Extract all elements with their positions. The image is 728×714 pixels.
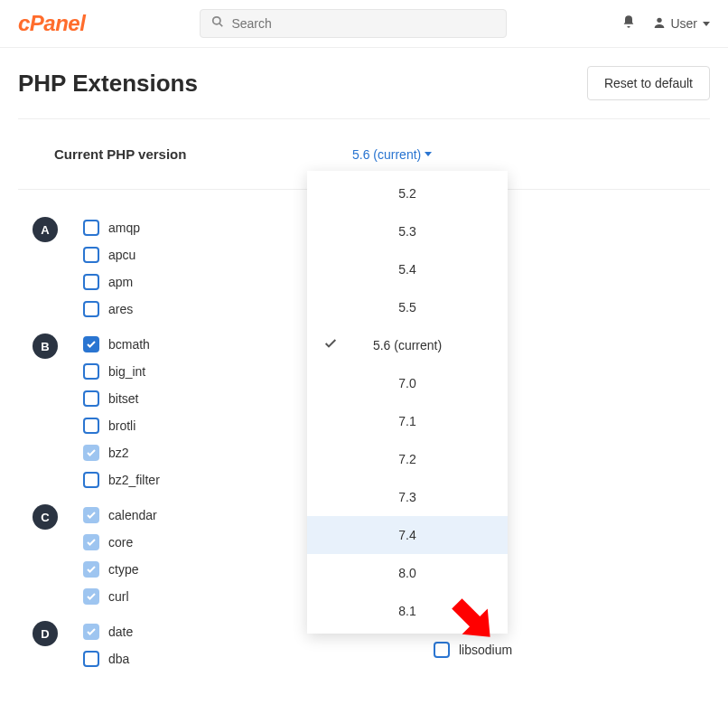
dropdown-item-label: 5.4	[398, 262, 415, 277]
version-label: Current PHP version	[54, 146, 352, 162]
letter-badge: A	[33, 217, 58, 242]
extension-label[interactable]: bitset	[108, 391, 138, 406]
svg-point-2	[658, 17, 662, 22]
dropdown-item[interactable]: 8.1	[307, 592, 508, 630]
version-select[interactable]: 5.6 (current) 5.25.35.45.55.6 (current)7…	[352, 147, 432, 162]
extension-label[interactable]: bz2_filter	[108, 473, 160, 487]
dropdown-item[interactable]: 5.3	[307, 212, 508, 250]
header-bar: cPanel User	[0, 0, 728, 48]
extension-checkbox[interactable]	[83, 472, 99, 488]
svg-point-0	[213, 17, 220, 24]
search-box[interactable]	[200, 9, 507, 38]
caret-down-icon	[703, 22, 710, 26]
extension-checkbox[interactable]	[83, 418, 99, 434]
dropdown-item[interactable]: 7.0	[307, 364, 508, 402]
header-right: User	[621, 14, 710, 33]
extension-checkbox[interactable]	[83, 220, 99, 236]
extension-label[interactable]: ares	[108, 302, 133, 316]
dropdown-item[interactable]: 5.5	[307, 288, 508, 326]
extension-item: bcmath	[83, 336, 160, 352]
extension-checkbox[interactable]	[83, 336, 99, 352]
dropdown-item[interactable]: 8.0	[307, 554, 508, 592]
extension-checkbox[interactable]	[83, 247, 99, 263]
dropdown-item[interactable]: 5.4	[307, 250, 508, 288]
extension-checkbox[interactable]	[83, 588, 99, 605]
dropdown-item-label: 7.4	[398, 528, 415, 542]
dropdown-item-label: 5.5	[398, 300, 415, 315]
dropdown-item-label: 8.0	[398, 566, 415, 580]
search-input[interactable]	[231, 16, 495, 31]
extension-list: calendarcorectypecurl	[83, 507, 157, 605]
extension-checkbox[interactable]	[434, 642, 450, 658]
dropdown-item-label: 5.2	[398, 186, 415, 201]
extension-checkbox[interactable]	[83, 651, 99, 667]
extension-label[interactable]: curl	[108, 589, 129, 604]
extension-label[interactable]: bz2	[108, 446, 129, 460]
dropdown-item-label: 5.6 (current)	[373, 338, 442, 352]
extension-label[interactable]: core	[108, 535, 133, 550]
extension-item: apm	[83, 274, 140, 290]
dropdown-item[interactable]: 7.4	[307, 516, 508, 554]
dropdown-item[interactable]: 7.3	[307, 478, 508, 516]
extension-checkbox[interactable]	[83, 301, 99, 317]
dropdown-item-label: 7.3	[398, 490, 415, 504]
dropdown-item[interactable]: 7.2	[307, 440, 508, 478]
extension-item: bz2_filter	[83, 472, 160, 488]
extension-label[interactable]: apm	[108, 275, 133, 289]
search-wrap	[85, 9, 621, 38]
extension-item: calendar	[83, 507, 157, 523]
dropdown-item-label: 5.3	[398, 224, 415, 239]
extension-label[interactable]: apcu	[108, 248, 135, 262]
dropdown-item[interactable]: 7.1	[307, 402, 508, 440]
reset-to-default-button[interactable]: Reset to default	[587, 66, 710, 100]
page-title: PHP Extensions	[18, 70, 198, 98]
extension-item: bz2	[83, 445, 160, 461]
caret-down-icon	[425, 152, 432, 156]
extension-checkbox[interactable]	[83, 534, 99, 550]
extension-checkbox[interactable]	[83, 274, 99, 290]
extension-label[interactable]: dba	[108, 652, 129, 666]
extension-item: dba	[83, 651, 133, 667]
letter-badge: B	[33, 334, 58, 359]
user-menu[interactable]: User	[652, 15, 710, 33]
extension-checkbox[interactable]	[83, 561, 99, 578]
extension-label[interactable]: libsodium	[459, 643, 512, 657]
dropdown-item-label: 7.0	[398, 376, 415, 390]
user-label: User	[670, 16, 697, 31]
extension-checkbox[interactable]	[83, 624, 99, 640]
extension-item: libsodium	[434, 642, 512, 658]
extension-item: amqp	[83, 220, 140, 236]
extension-label[interactable]: calendar	[108, 508, 157, 522]
version-selected-text: 5.6 (current)	[352, 147, 421, 162]
extension-checkbox[interactable]	[83, 390, 99, 407]
extension-label[interactable]: amqp	[108, 221, 140, 235]
extension-item: big_int	[83, 363, 160, 380]
dropdown-item[interactable]: 5.2	[307, 174, 508, 212]
check-icon	[323, 336, 338, 353]
svg-line-1	[219, 23, 223, 27]
extension-item: date	[83, 624, 133, 640]
divider	[18, 118, 710, 119]
extension-label[interactable]: brotli	[108, 418, 135, 433]
extension-label[interactable]: ctype	[108, 562, 138, 577]
bell-icon[interactable]	[621, 14, 636, 33]
extension-label[interactable]: big_int	[108, 364, 145, 379]
version-dropdown: 5.25.35.45.55.6 (current)7.07.17.27.37.4…	[307, 171, 508, 634]
letter-badge: C	[33, 504, 58, 530]
extension-checkbox[interactable]	[83, 507, 99, 523]
dropdown-item-label: 7.2	[398, 452, 415, 466]
extension-checkbox[interactable]	[83, 445, 99, 461]
search-icon	[211, 15, 224, 32]
extension-item: bitset	[83, 390, 160, 407]
extension-item: brotli	[83, 418, 160, 434]
version-row: Current PHP version 5.6 (current) 5.25.3…	[0, 128, 728, 180]
extension-item: ctype	[83, 561, 157, 578]
extension-item: curl	[83, 588, 157, 605]
extension-item: apcu	[83, 247, 140, 263]
extension-item: ares	[83, 301, 140, 317]
extension-label[interactable]: date	[108, 625, 133, 639]
extension-checkbox[interactable]	[83, 363, 99, 380]
extension-label[interactable]: bcmath	[108, 337, 150, 352]
dropdown-item[interactable]: 5.6 (current)	[307, 326, 508, 364]
cpanel-logo: cPanel	[18, 11, 85, 36]
